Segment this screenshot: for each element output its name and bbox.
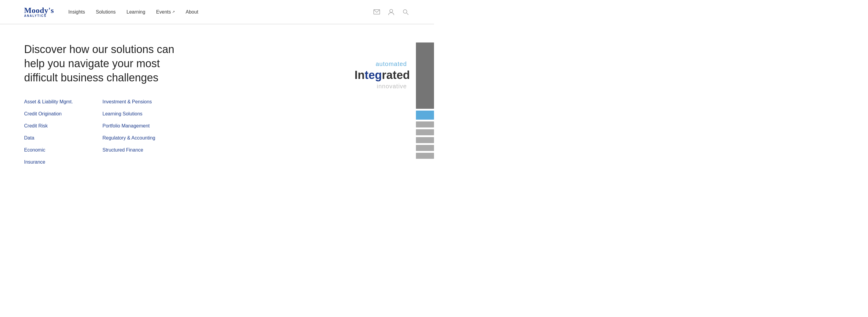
link-asset-liability[interactable]: Asset & Liability Mgmt. <box>24 99 102 104</box>
bar-sm-3 <box>416 137 434 143</box>
solutions-grid: Asset & Liability Mgmt. Credit Originati… <box>24 99 410 165</box>
bars-container <box>416 42 434 159</box>
right-visual: automated Integrated innovative <box>354 42 434 159</box>
bar-blue <box>416 110 434 120</box>
link-structured-finance[interactable]: Structured Finance <box>102 147 187 153</box>
link-credit-origination[interactable]: Credit Origination <box>24 111 102 117</box>
main-nav: Insights Solutions Learning Events ↗ Abo… <box>68 9 198 15</box>
link-portfolio-management[interactable]: Portfolio Management <box>102 123 187 129</box>
bar-sm-1 <box>416 121 434 127</box>
bar-sm-2 <box>416 129 434 135</box>
integrated-highlight: teg <box>365 69 382 82</box>
nav-events[interactable]: Events ↗ <box>156 9 175 15</box>
bar-sm-4 <box>416 145 434 151</box>
user-icon[interactable] <box>387 8 396 16</box>
logo-top: Moody's <box>24 7 54 14</box>
bar-sm-5 <box>416 153 434 159</box>
svg-point-2 <box>403 10 407 13</box>
nav-insights[interactable]: Insights <box>68 9 85 15</box>
external-link-icon: ↗ <box>172 10 175 14</box>
header-icons <box>373 8 410 16</box>
logo[interactable]: Moody's ANALYTICS <box>24 7 54 18</box>
anim-innovative-text: innovative <box>377 83 407 90</box>
nav-learning[interactable]: Learning <box>127 9 145 15</box>
link-data[interactable]: Data <box>24 135 102 141</box>
link-learning-solutions[interactable]: Learning Solutions <box>102 111 187 117</box>
svg-line-3 <box>407 13 408 15</box>
solutions-col2: Investment & Pensions Learning Solutions… <box>102 99 187 165</box>
svg-point-1 <box>390 9 393 12</box>
header-left: Moody's ANALYTICS Insights Solutions Lea… <box>24 7 198 18</box>
integrated-prefix: In <box>354 69 365 82</box>
main-content: Discover how our solutions can help you … <box>0 24 434 189</box>
solutions-col1: Asset & Liability Mgmt. Credit Originati… <box>24 99 102 165</box>
nav-solutions[interactable]: Solutions <box>96 9 116 15</box>
link-insurance[interactable]: Insurance <box>24 159 102 165</box>
anim-automated-text: automated <box>375 61 407 67</box>
site-header: Moody's ANALYTICS Insights Solutions Lea… <box>0 0 434 24</box>
search-icon[interactable] <box>401 8 410 16</box>
link-economic[interactable]: Economic <box>24 147 102 153</box>
bar-tall-gray <box>416 42 434 109</box>
nav-about[interactable]: About <box>186 9 198 15</box>
logo-bottom: ANALYTICS <box>24 14 54 18</box>
nav-events-label: Events <box>156 9 171 15</box>
text-animation-block: automated Integrated innovative <box>354 61 410 90</box>
anim-integrated-text: Integrated <box>354 69 410 82</box>
main-headline: Discover how our solutions can help you … <box>24 42 181 85</box>
link-investment-pensions[interactable]: Investment & Pensions <box>102 99 187 104</box>
mail-icon[interactable] <box>373 8 381 16</box>
link-credit-risk[interactable]: Credit Risk <box>24 123 102 129</box>
integrated-suffix: rated <box>382 69 410 82</box>
link-regulatory-accounting[interactable]: Regulatory & Accounting <box>102 135 187 141</box>
